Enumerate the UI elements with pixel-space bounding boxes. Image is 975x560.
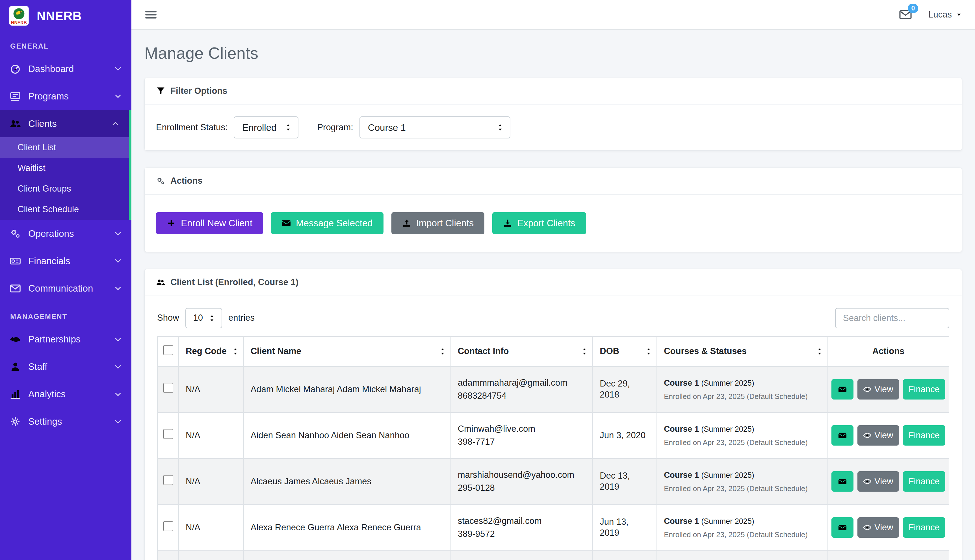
messages-badge: 0 [908,4,918,13]
finance-client-button[interactable]: Finance [903,425,945,445]
select-caret-icon [496,123,504,132]
sidebar-item-label: Partnerships [28,333,114,345]
table-row: N/A Alisha De Freitas Alisha De Freitas … [157,551,949,560]
column-header-courses[interactable]: Courses & Statuses [657,337,828,367]
select-all-checkbox[interactable] [163,345,173,355]
sidebar-item-client-schedule[interactable]: Client Schedule [0,199,129,220]
column-header-reg-code[interactable]: Reg Code [178,337,243,367]
email-client-button[interactable] [832,471,853,492]
chevron-down-icon [114,418,122,425]
filter-title: Filter Options [170,86,228,97]
button-label: View [874,477,893,487]
sidebar-item-label: Operations [28,228,114,239]
chevron-down-icon [114,336,122,343]
chevron-down-icon [114,92,122,100]
column-header-client-name[interactable]: Client Name [243,337,451,367]
contact-info-cell: defreitas.alisha@yahoo.com 320-5926 [451,551,593,560]
message-selected-button[interactable]: Message Selected [271,212,383,234]
reg-code-cell: N/A [178,551,243,560]
sidebar-item-clients[interactable]: Clients [0,110,129,137]
courses-cell: Course 1(Summer 2025) Enrolled on Apr 23… [657,458,828,505]
sidebar-toggle-button[interactable] [144,8,157,21]
column-label: Courses & Statuses [664,346,747,356]
table-row: N/A Alcaeus James Alcaeus James marshiah… [157,458,949,505]
email-client-button[interactable] [832,517,853,538]
sidebar-item-client-groups[interactable]: Client Groups [0,178,129,199]
page-size-select[interactable]: 10 [185,308,222,328]
program-select[interactable]: Course 1 [360,117,510,138]
sidebar-item-client-list[interactable]: Client List [0,137,129,158]
client-list-title: Client List (Enrolled, Course 1) [170,277,298,288]
row-checkbox[interactable] [163,429,173,439]
client-email: Cminwah@live.com [458,422,586,436]
reg-code-cell: N/A [178,367,243,413]
enrollment-status-select[interactable]: Enrolled [234,117,298,138]
search-input[interactable] [835,308,949,328]
sidebar-item-label: Dashboard [28,63,114,75]
table-row: N/A Adam Mickel Maharaj Adam Mickel Maha… [157,367,949,413]
page-size-group: Show 10 entries [157,308,255,328]
table-row: N/A Alexa Renece Guerra Alexa Renece Gue… [157,505,949,551]
client-list-card: Client List (Enrolled, Course 1) Show 10… [144,269,962,560]
sidebar-item-settings[interactable]: Settings [0,408,132,435]
sidebar-item-analytics[interactable]: Analytics [0,381,132,408]
row-checkbox[interactable] [163,521,173,531]
course-term: (Summer 2025) [701,425,754,433]
contact-info-cell: marshiahousend@yahoo.com 295-0128 [451,458,593,505]
sidebar-item-staff[interactable]: Staff [0,353,132,381]
filter-card-header: Filter Options [145,78,962,105]
column-header-contact-info[interactable]: Contact Info [451,337,593,367]
button-label: Import Clients [416,218,474,228]
column-label: Contact Info [458,346,509,356]
brand[interactable]: NNERB [0,0,132,32]
view-client-button[interactable]: View [857,517,899,538]
program-value: Course 1 [368,122,406,133]
column-label: Client Name [251,346,301,356]
program-label: Program: [317,122,353,133]
sidebar-item-dashboard[interactable]: Dashboard [0,55,132,83]
sort-icon [438,348,447,355]
chevron-down-icon [114,257,122,265]
row-checkbox[interactable] [163,383,173,393]
enroll-new-client-button[interactable]: Enroll New Client [156,212,263,234]
dob-cell: Jun 3, 2020 [593,413,657,458]
course-term: (Summer 2025) [701,517,754,525]
view-client-button[interactable]: View [857,425,899,445]
row-checkbox-cell [157,458,178,505]
button-label: Finance [908,430,940,440]
envelope-icon [838,431,847,440]
cogs-icon [10,228,21,239]
sub-item-label: Client Groups [18,183,71,194]
row-checkbox-cell [157,367,178,413]
actions-card: Actions Enroll New Client Message Select… [144,168,962,252]
view-client-button[interactable]: View [857,471,899,492]
chevron-down-icon [114,230,122,237]
sidebar-item-communication[interactable]: Communication [0,275,132,302]
messages-button[interactable]: 0 [899,8,912,21]
email-client-button[interactable] [832,425,853,445]
sidebar-item-waitlist[interactable]: Waitlist [0,158,129,178]
caret-down-icon [956,12,962,18]
envelope-icon [282,219,291,228]
import-clients-button[interactable]: Import Clients [392,212,485,234]
sidebar-item-partnerships[interactable]: Partnerships [0,326,132,353]
chevron-down-icon [114,65,122,73]
column-header-dob[interactable]: DOB [593,337,657,367]
sort-icon [232,348,239,355]
user-menu[interactable]: Lucas [928,9,962,20]
client-phone: 398-7717 [458,435,586,449]
export-clients-button[interactable]: Export Clients [492,212,586,234]
finance-client-button[interactable]: Finance [903,471,945,492]
sidebar-item-operations[interactable]: Operations [0,220,132,247]
email-client-button[interactable] [832,379,853,400]
button-label: Finance [908,477,940,487]
contact-info-cell: adammmaharaj@gmail.com 8683284754 [451,367,593,413]
view-client-button[interactable]: View [857,379,899,400]
finance-client-button[interactable]: Finance [903,379,945,400]
sidebar-item-financials[interactable]: Financials [0,247,132,275]
tachometer-icon [10,63,21,75]
sidebar-item-programs[interactable]: Programs [0,83,132,110]
finance-client-button[interactable]: Finance [903,517,945,538]
row-checkbox[interactable] [163,475,173,485]
row-actions-cell: View Finance [828,551,949,560]
